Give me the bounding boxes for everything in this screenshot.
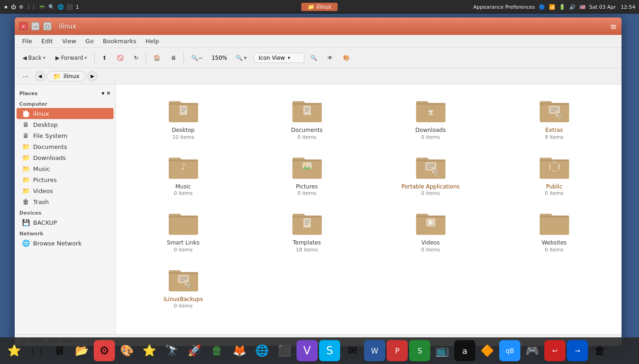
file-item-videos[interactable]: Videos 0 items bbox=[371, 205, 491, 257]
dock-star-icon[interactable]: ⭐ bbox=[4, 340, 25, 361]
sidebar-item-pictures[interactable]: 📁 Pictures bbox=[17, 174, 114, 185]
dock-amazon-icon[interactable]: a bbox=[454, 340, 475, 361]
dock-skype-icon[interactable]: S bbox=[319, 340, 340, 361]
active-app-title[interactable]: 📁 ilinux bbox=[301, 3, 337, 11]
dock-word-icon[interactable]: W bbox=[364, 340, 385, 361]
dock-vlc-icon[interactable]: 🔶 bbox=[477, 340, 498, 361]
search-button[interactable]: 🔍 bbox=[306, 53, 321, 63]
dock-files-icon[interactable]: 🖥 bbox=[49, 340, 70, 361]
sidebar-item-desktop[interactable]: 🖥 Desktop bbox=[17, 119, 114, 130]
power-icon[interactable]: ⏻ bbox=[11, 4, 16, 10]
stop-button[interactable]: 🚫 bbox=[113, 53, 128, 63]
file-item-smart-links[interactable]: Smart Links 0 items bbox=[123, 205, 243, 257]
dock-firefox-icon[interactable]: 🦊 bbox=[229, 340, 250, 361]
sidebar-item-filesystem[interactable]: 🖥 File System bbox=[17, 130, 114, 141]
network-icon[interactable]: 📶 bbox=[549, 4, 555, 10]
sidebar-item-documents[interactable]: 📁 Documents bbox=[17, 141, 114, 152]
menu-file[interactable]: File bbox=[18, 36, 36, 46]
dock-steam-icon[interactable]: 🎮 bbox=[522, 340, 543, 361]
home-button[interactable]: 🏠 bbox=[149, 53, 165, 63]
apps-icon[interactable]: ⋮⋮ bbox=[26, 4, 36, 10]
sidebar-item-downloads[interactable]: 📁 Downloads bbox=[17, 152, 114, 163]
computer-button[interactable]: 🖥 bbox=[166, 53, 180, 63]
file-item-desktop[interactable]: Desktop 10 items bbox=[123, 92, 243, 145]
minimize-button[interactable]: — bbox=[31, 22, 40, 30]
file-item-websites[interactable]: Websites 0 items bbox=[494, 205, 614, 257]
dock-rocket-icon[interactable]: 🚀 bbox=[184, 340, 205, 361]
window-menu-button[interactable]: ≡ bbox=[610, 22, 617, 31]
battery-icon[interactable]: 🔋 bbox=[559, 4, 565, 10]
dock-trash3-icon[interactable]: 🗑 bbox=[589, 340, 610, 361]
back-button[interactable]: ◀ Back ▾ bbox=[18, 53, 49, 63]
dock-wps2-icon[interactable]: S bbox=[409, 340, 430, 361]
sidebar-item-network[interactable]: 🌐 Browse Network bbox=[17, 238, 114, 249]
dock-mail-icon[interactable]: ✉ bbox=[342, 340, 363, 361]
maximize-button[interactable]: □ bbox=[43, 22, 51, 30]
dock-back-icon[interactable]: ↩ bbox=[544, 340, 565, 361]
file-item-public[interactable]: Public 0 items bbox=[494, 148, 614, 201]
taskbar-right: Appearance Preferences 🔵 📶 🔋 🔊 🇺🇸 Sat 03… bbox=[473, 4, 635, 10]
sidebar-item-trash[interactable]: 🗑 Trash bbox=[17, 196, 114, 207]
file-item-documents[interactable]: Documents 0 items bbox=[247, 92, 367, 145]
menu-edit[interactable]: Edit bbox=[38, 36, 57, 46]
file-item-extras[interactable]: Extras 9 items bbox=[494, 92, 614, 145]
menu-bookmarks[interactable]: Bookmarks bbox=[99, 36, 140, 46]
dock-wps-icon[interactable]: P bbox=[387, 340, 408, 361]
dock-qbt-icon[interactable]: qB bbox=[499, 340, 520, 361]
sidebar-item-backup[interactable]: 💾 BACKUP bbox=[17, 217, 114, 228]
sidebar-item-videos[interactable]: 📁 Videos bbox=[17, 185, 114, 196]
dock-binoculars-icon[interactable]: 🔭 bbox=[161, 340, 183, 361]
file-item-downloads[interactable]: Downloads 0 items bbox=[371, 92, 491, 145]
sidebar-menu-icon[interactable]: ▾ bbox=[102, 90, 104, 97]
close-button[interactable]: × bbox=[19, 22, 28, 30]
search-icon[interactable]: 🔍 bbox=[48, 4, 55, 10]
preview-icon: 👁 bbox=[327, 55, 333, 61]
up-button[interactable]: ⬆ bbox=[98, 53, 111, 63]
star-icon[interactable]: ★ bbox=[4, 4, 8, 10]
places-button[interactable]: ⋯ bbox=[18, 71, 33, 82]
dock-bookmark-icon[interactable]: ⭐ bbox=[139, 340, 160, 361]
monitor-icon[interactable]: 📟 bbox=[39, 4, 46, 10]
forward-button[interactable]: ▶ Forward ▾ bbox=[51, 53, 91, 63]
workspace-indicator[interactable]: 1 bbox=[76, 4, 79, 10]
file-item-pictures[interactable]: Pictures 0 items bbox=[247, 148, 367, 201]
dock-viber-icon[interactable]: V bbox=[297, 340, 318, 361]
sidebar-item-music[interactable]: 📁 Music bbox=[17, 163, 114, 174]
file-item-music[interactable]: ♪ Music 0 items bbox=[123, 148, 243, 201]
view-mode-dropdown[interactable]: Icon View ▾ bbox=[254, 53, 304, 63]
color-button[interactable]: 🎨 bbox=[339, 53, 354, 63]
breadcrumb-current[interactable]: 📁 ilinux bbox=[47, 71, 86, 81]
file-item-portable-applications[interactable]: Portable Applications 0 items bbox=[371, 148, 491, 201]
dock-terminal2-icon[interactable]: ⬛ bbox=[274, 340, 295, 361]
appearance-pref[interactable]: Appearance Preferences bbox=[473, 4, 535, 10]
terminal-icon[interactable]: ⬛ bbox=[67, 4, 73, 10]
dock-remote-icon[interactable]: → bbox=[567, 340, 588, 361]
breadcrumb-prev[interactable]: ◀ bbox=[35, 71, 45, 81]
dock-chrome-icon[interactable]: 🌐 bbox=[251, 340, 273, 361]
documents-icon: 📁 bbox=[22, 143, 29, 150]
dock-settings-icon[interactable]: ⚙ bbox=[94, 340, 115, 361]
dock-fm-icon[interactable]: 📂 bbox=[71, 340, 92, 361]
zoom-in-button[interactable]: 🔍+ bbox=[232, 53, 251, 63]
sidebar-item-ilinux[interactable]: 🏠 ilinux bbox=[17, 108, 114, 119]
volume-icon[interactable]: 🔊 bbox=[569, 4, 576, 10]
settings-icon[interactable]: ⚙ bbox=[19, 4, 23, 10]
reload-button[interactable]: ↻ bbox=[130, 53, 143, 63]
file-item-templates[interactable]: Templates 18 items bbox=[247, 205, 367, 257]
menu-go[interactable]: Go bbox=[82, 36, 97, 46]
menu-view[interactable]: View bbox=[58, 36, 80, 46]
bluetooth-icon[interactable]: 🔵 bbox=[539, 4, 545, 10]
zoom-out-button[interactable]: 🔍− bbox=[187, 53, 207, 63]
menu-help[interactable]: Help bbox=[142, 36, 163, 46]
preview-button[interactable]: 👁 bbox=[323, 53, 337, 63]
dock-apps-icon[interactable]: ⋮⋮ bbox=[26, 340, 47, 361]
sidebar-close-icon[interactable]: ✕ bbox=[106, 90, 111, 97]
file-item-ilinuxbackups[interactable]: iLinuxBackups 0 items bbox=[123, 261, 243, 314]
dock-trash2-icon[interactable]: 🗑 bbox=[206, 340, 228, 361]
dock-colors-icon[interactable]: 🎨 bbox=[116, 340, 137, 361]
breadcrumb-next[interactable]: ▶ bbox=[87, 71, 97, 81]
browser-icon[interactable]: 🌐 bbox=[57, 4, 64, 10]
dock-screen-icon[interactable]: 📺 bbox=[432, 340, 453, 361]
file-name: Documents bbox=[291, 127, 322, 134]
places-label: Places bbox=[19, 91, 38, 97]
